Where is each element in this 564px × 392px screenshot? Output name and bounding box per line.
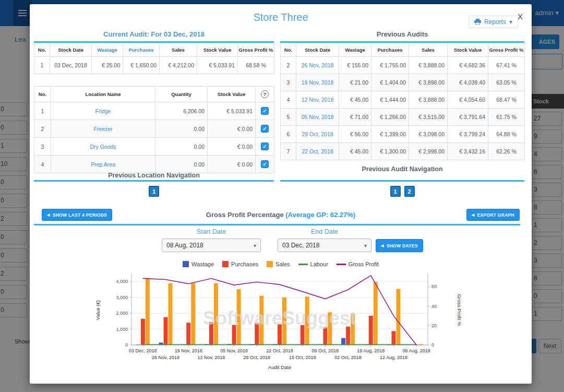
cell-wastage: € 56.00	[339, 126, 371, 143]
reports-button[interactable]: Reports ▾	[469, 16, 518, 28]
col-wastage-link[interactable]: Wastage	[92, 43, 123, 57]
end-date-select[interactable]: 03 Dec, 2018 ▾	[278, 239, 371, 252]
audit-date-link[interactable]: 29 Oct, 2018	[296, 126, 339, 143]
location-link[interactable]: Fridge	[51, 102, 155, 120]
svg-text:05 Nov, 2018: 05 Nov, 2018	[220, 348, 248, 353]
cell-sales: € 2,998.00	[409, 143, 448, 160]
cell-stock-value: € 0.00	[208, 138, 256, 156]
previous-location-nav-heading: Previous Location Navigation	[34, 171, 274, 180]
cell-purchases: € 1,404.00	[371, 74, 409, 91]
cell-stock-value: € 0.00	[208, 156, 256, 173]
col-gross-profit: Gross Profit %	[238, 43, 274, 57]
table-row: 1 Fridge 6,206.00 € 5,033.91 ✓	[34, 102, 274, 120]
page-button-2[interactable]: 2	[404, 186, 415, 197]
col-stock-value: Stock Value	[197, 43, 238, 57]
cell-quantity: 0.00	[155, 120, 208, 138]
triangle-left-icon: ◀	[381, 244, 384, 248]
svg-text:Value (€): Value (€)	[95, 300, 101, 320]
watermark: SoftwareSuggest	[203, 307, 356, 329]
start-date-select[interactable]: 08 Aug, 2018 ▾	[162, 239, 261, 252]
cell-no: 6	[281, 126, 296, 143]
caret-down-icon: ▾	[364, 243, 367, 248]
cell-quantity: 6,206.00	[155, 102, 208, 120]
legend-label: Labour	[310, 261, 328, 267]
graph-title-text: Gross Profit Percentage	[206, 211, 284, 219]
audit-date-link[interactable]: 26 Nov, 2018	[296, 57, 339, 74]
location-checkbox[interactable]: ✓	[261, 160, 269, 168]
cell-wastage: € 21.00	[339, 74, 371, 91]
legend-item-wastage: Wastage	[183, 261, 214, 267]
cell-sales: € 3,098.00	[409, 126, 448, 143]
table-row: 5 05 Nov, 2018 € 71.00 € 1,266.00 € 3,51…	[281, 109, 525, 126]
gross-profit-chart: 01,0002,0003,0004,000020406003 Dec, 2018…	[92, 271, 468, 376]
cell-stock-value: € 3,791.64	[448, 109, 488, 126]
svg-text:2,000: 2,000	[116, 311, 128, 316]
legend-marker	[298, 264, 308, 265]
location-checkbox[interactable]: ✓	[261, 142, 269, 150]
table-row: 2 26 Nov, 2018 € 155.00 € 1,755.00 € 3,8…	[281, 57, 525, 74]
cell-stock-value: € 4,682.36	[448, 57, 488, 74]
cell-stock-value: € 5,033.91	[197, 57, 238, 74]
cell-quantity: 0.00	[155, 138, 208, 156]
col-stock-value: Stock Value	[208, 87, 256, 102]
legend-label: Wastage	[191, 261, 214, 267]
cell-gross-profit: 62.26 %	[488, 143, 525, 160]
col-stock-value: Stock Value	[448, 43, 488, 57]
graph-title: Gross Profit Percentage (Average GP: 62.…	[30, 211, 532, 219]
location-pagination: 1	[34, 186, 274, 197]
location-link[interactable]: Prep Area	[51, 156, 155, 173]
location-link[interactable]: Freezer	[51, 120, 155, 138]
audit-date-link[interactable]: 12 Nov, 2018	[296, 91, 339, 109]
table-row: 7 22 Oct, 2018 € 45.00 € 1,300.00 € 2,99…	[281, 143, 525, 160]
previous-audits-heading: Previous Audits	[280, 30, 524, 39]
divider	[34, 224, 520, 225]
legend-item-labour: Labour	[298, 261, 328, 267]
col-sales: Sales	[160, 43, 197, 57]
svg-text:29 Oct, 2018: 29 Oct, 2018	[244, 355, 271, 360]
cell-wastage: € 71.00	[339, 109, 371, 126]
cell-no: 2	[281, 57, 296, 74]
col-no: No.	[34, 43, 50, 57]
location-link[interactable]: Dry Goods	[51, 138, 155, 156]
svg-text:40: 40	[431, 304, 437, 309]
location-checkbox[interactable]: ✓	[261, 125, 269, 133]
end-date-label: End Date	[278, 228, 371, 235]
cell-stock-date: 03 Dec, 2018	[50, 57, 92, 74]
locations-table: No. Location Name Quantity Stock Value ?…	[34, 86, 274, 173]
audit-date-link[interactable]: 22 Oct, 2018	[296, 143, 339, 160]
location-checkbox[interactable]: ✓	[261, 107, 269, 115]
divider	[34, 180, 274, 182]
export-graph-button[interactable]: ◀ EXPORT GRAPH	[466, 209, 520, 221]
help-icon[interactable]: ?	[261, 90, 269, 98]
svg-text:26 Nov, 2018: 26 Nov, 2018	[152, 355, 179, 360]
cell-wastage: € 155.00	[339, 57, 371, 74]
col-stock-date: Stock Date	[50, 43, 92, 57]
page-button-1[interactable]: 1	[149, 186, 159, 197]
audit-date-link[interactable]: 05 Nov, 2018	[296, 109, 339, 126]
svg-text:15 Oct, 2018: 15 Oct, 2018	[289, 355, 316, 360]
svg-text:12 Aug, 2018: 12 Aug, 2018	[380, 355, 407, 360]
cell-stock-value: € 0.00	[208, 120, 256, 138]
cell-no: 4	[281, 91, 296, 109]
cell-no: 5	[281, 109, 296, 126]
col-purchases: Purchases	[371, 43, 409, 57]
legend-label: Purchases	[231, 261, 258, 267]
caret-down-icon: ▾	[509, 18, 512, 26]
table-header-row: No. Stock Date Wastage Purchases Sales S…	[281, 43, 525, 57]
legend-marker	[222, 261, 229, 267]
table-row: 1 03 Dec, 2018 € 25.00 € 1,650.00 € 4,21…	[34, 57, 274, 74]
graph-average-gp: (Average GP: 62.27%)	[285, 211, 355, 219]
page-button-1[interactable]: 1	[390, 186, 401, 197]
show-dates-label: SHOW DATES	[387, 243, 418, 248]
cell-quantity: 0.00	[155, 156, 208, 173]
col-no: No.	[34, 87, 51, 102]
cell-no: 3	[281, 74, 296, 91]
audit-date-link[interactable]: 19 Nov, 2018	[296, 74, 339, 91]
show-dates-button[interactable]: ◀ SHOW DATES	[376, 239, 423, 252]
svg-text:08 Aug, 2018: 08 Aug, 2018	[403, 348, 430, 353]
svg-text:Gross Profit %: Gross Profit %	[457, 294, 462, 326]
svg-text:0: 0	[125, 342, 128, 348]
col-purchases-link[interactable]: Purchases	[123, 43, 160, 57]
cell-sales: € 3,898.00	[409, 74, 448, 91]
cell-no: 3	[34, 138, 51, 156]
